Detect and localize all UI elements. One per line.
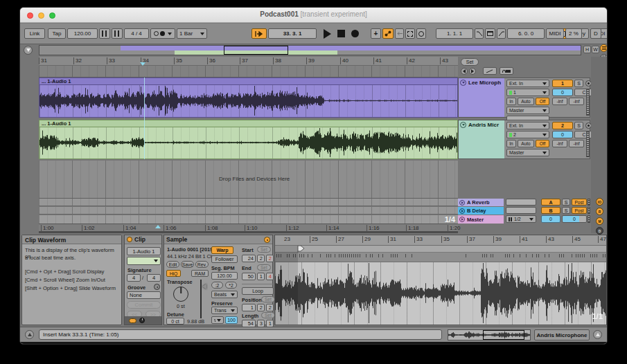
start-bar-field[interactable]: 24 <box>242 255 256 262</box>
gain-value[interactable]: 9.88 dB <box>187 318 204 325</box>
track1-arm-button[interactable]: 1 <box>552 80 573 87</box>
beat-time-ruler[interactable]: 31 32 33 34 35 36 37 38 39 40 41 42 43 <box>39 57 458 66</box>
warp-mode-chooser[interactable]: Beats <box>211 291 238 298</box>
position-beat-field[interactable]: 2 <box>257 304 265 311</box>
track1-header[interactable]: Lee Microph Ext. In 1 In Auto Off Master… <box>458 78 590 118</box>
track2-arm-button[interactable]: 2 <box>552 122 573 129</box>
end-sixteenth-field[interactable]: 4 <box>266 273 274 280</box>
return-b-solo-button[interactable]: S <box>562 207 570 214</box>
toggle-returns-section[interactable]: R <box>596 208 603 215</box>
groove-chooser[interactable]: None <box>127 291 161 299</box>
drop-area[interactable]: Drop Files and Devices Here <box>39 161 458 199</box>
clip-activator-icon[interactable] <box>127 237 132 242</box>
toggle-delay-section[interactable]: D <box>596 227 603 235</box>
track1-input-type-chooser[interactable]: Ext. In <box>506 80 549 87</box>
nudge-down-button[interactable] <box>99 28 110 39</box>
prev-locator-button[interactable] <box>461 68 468 75</box>
track1-volume-field[interactable]: 0 <box>552 89 573 96</box>
overdub-indicator[interactable]: D <box>590 28 601 39</box>
transient-envelope-field[interactable]: 100 <box>225 316 238 324</box>
ram-toggle[interactable]: RAM <box>191 270 209 277</box>
loop-toggle-button[interactable]: Loop <box>242 287 274 295</box>
master-name-area[interactable]: Master <box>458 215 504 224</box>
tap-tempo-button[interactable]: Tap <box>48 28 66 39</box>
signature-denominator-field[interactable]: 4 <box>147 274 161 282</box>
toggle-mixer-section[interactable]: M <box>596 217 603 225</box>
return-a-send-button[interactable]: A <box>541 199 560 206</box>
track1-waveform[interactable] <box>39 85 457 116</box>
warp-toggle[interactable]: Warp <box>211 246 233 254</box>
track2-monitor-auto[interactable]: Auto <box>518 140 534 147</box>
tempo-field[interactable]: 120.00 <box>67 28 98 39</box>
master-pan-field[interactable]: 0 <box>541 215 560 223</box>
track1-solo-button[interactable]: S <box>574 80 583 87</box>
clip-name-field[interactable]: 1-Audio 1 <box>127 247 161 255</box>
master-quantize-chooser[interactable]: 1/2 <box>506 215 536 223</box>
track1-monitor-in[interactable]: In <box>506 98 516 105</box>
show-overview-toggle[interactable] <box>600 44 608 52</box>
return-b-send-button[interactable]: B <box>541 207 560 214</box>
loop-region-button[interactable] <box>485 28 495 39</box>
gain-slider-track[interactable] <box>200 280 202 318</box>
track1-lane[interactable]: ... 1-Audio 1 <box>39 78 458 118</box>
nudge-up-button[interactable] <box>112 28 123 39</box>
clip-editor-ruler[interactable]: 23 25 27 29 31 33 35 37 39 41 43 45 47 <box>275 235 606 246</box>
loop-length-field[interactable]: 6. 0. 0 <box>507 28 545 39</box>
clip-waveform-canvas[interactable] <box>275 262 606 324</box>
return-a-post-toggle[interactable]: Post <box>572 199 587 206</box>
end-beat-field[interactable]: 1 <box>257 273 265 280</box>
position-bar-field[interactable]: 1 <box>242 304 256 311</box>
track1-input-channel-chooser[interactable]: 1 <box>506 89 549 96</box>
show-clip-view-toggle[interactable] <box>593 330 602 339</box>
seg-bpm-field[interactable]: 120.00 <box>211 272 238 280</box>
track2-clip-body[interactable] <box>39 127 458 159</box>
track1-monitor-auto[interactable]: Auto <box>518 98 534 105</box>
track2-input-channel-chooser[interactable]: 2 <box>506 131 549 138</box>
stop-button[interactable] <box>337 30 345 37</box>
track2-waveform[interactable] <box>39 127 457 158</box>
clip-waveform-editor[interactable]: 23 25 27 29 31 33 35 37 39 41 43 45 47 <box>274 235 607 325</box>
clip-overview-strip[interactable] <box>448 329 531 340</box>
quantization-menu[interactable]: 1 Bar <box>177 28 207 39</box>
play-button[interactable] <box>324 29 331 39</box>
loop-switch-button[interactable] <box>416 28 426 39</box>
metronome-button[interactable] <box>150 28 175 39</box>
gain-slider-handle[interactable] <box>202 284 206 289</box>
back-to-arrangement-button[interactable] <box>24 46 33 55</box>
preserve-chooser[interactable]: Trans <box>211 307 238 314</box>
track1-fold-button[interactable] <box>460 80 466 86</box>
signature-numerator-field[interactable]: 4 <box>127 274 141 282</box>
track2-monitor-in[interactable]: In <box>506 140 516 147</box>
show-info-toggle[interactable] <box>25 330 34 339</box>
start-sixteenth-field[interactable]: 2 <box>266 255 274 262</box>
clip-knob-icon[interactable] <box>139 318 145 323</box>
return-a-slot[interactable] <box>506 199 536 206</box>
track1-output-chooser[interactable]: Master <box>506 107 549 114</box>
transpose-value[interactable]: 0 st <box>177 303 185 309</box>
transpose-knob[interactable] <box>173 286 188 302</box>
halve-tempo-button[interactable]: :2 <box>211 282 223 289</box>
reverse-sample-button[interactable]: Rev. <box>195 261 209 268</box>
track1-name-area[interactable]: Lee Microph <box>459 78 504 117</box>
time-ruler[interactable]: 1:00 1:02 1:04 1:06 1:08 1:10 1:12 1:14 … <box>39 224 458 233</box>
link-button[interactable]: Link <box>24 28 45 39</box>
position-sixteenth-field[interactable]: 2 <box>266 304 274 311</box>
transient-loop-mode-chooser[interactable] <box>211 316 224 324</box>
record-button[interactable] <box>351 30 359 37</box>
overview-view-box[interactable] <box>224 46 289 55</box>
punch-in-button[interactable] <box>475 28 484 39</box>
start-set-button[interactable]: Set <box>257 246 271 253</box>
end-bar-field[interactable]: 50 <box>242 273 256 280</box>
re-enable-automation-button[interactable] <box>395 28 404 39</box>
return-a-header[interactable]: A Reverb A S Post <box>458 199 590 206</box>
return-b-lane[interactable] <box>39 207 458 215</box>
master-volume-field[interactable]: 0 <box>562 215 587 223</box>
return-a-name-area[interactable]: A Reverb <box>458 199 504 206</box>
edit-sample-button[interactable]: Edit <box>166 261 179 268</box>
return-b-header[interactable]: B Delay B S Post <box>458 207 590 215</box>
start-beat-field[interactable]: 2 <box>257 255 265 262</box>
clip-waveform-area[interactable] <box>275 262 606 325</box>
commit-groove-button[interactable]: Commit <box>127 301 161 309</box>
toggle-io-section[interactable]: IO <box>596 198 603 206</box>
position-set-button[interactable]: Set <box>261 296 275 302</box>
